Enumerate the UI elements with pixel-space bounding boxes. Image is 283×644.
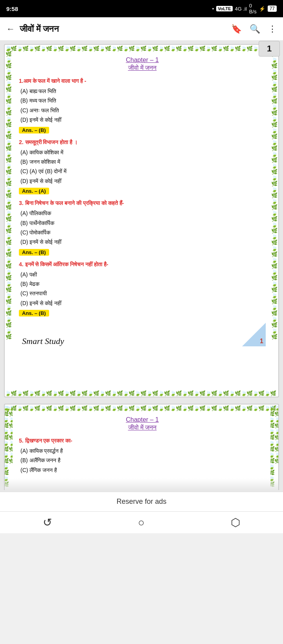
chapter-title-1: Chapter – 1 (19, 57, 266, 64)
q4-text: 4. इनमें से किसमें आंतिरक निषेचन नहीं हो… (19, 260, 266, 269)
leaf-border-left: 🍃🌿🍃🌿🍃🌿🍃🌿🍃🌿🍃🌿🍃🌿🍃🌿🍃🌿🍃🌿🍃🌿🍃🌿🍃🌿🍃🌿🍃🌿🍃🌿🍃🌿🍃🌿🍃🌿🍃🌿… (5, 45, 13, 397)
nav-home-button[interactable]: ○ (138, 516, 145, 529)
status-time: 9:58 (6, 5, 18, 12)
question-1: 1.आम के फल में खाने वाला भाग है - (A) बा… (19, 77, 266, 134)
q4-option-c: (C) स्तनपायी (20, 289, 266, 298)
ads-bar: Reserve for ads (0, 492, 283, 511)
page-card-2: 🍃🌿🍃🌿🍃🌿🍃🌿🍃🌿🍃🌿🍃🌿🍃🌿🍃🌿🍃🌿🍃🌿🍃🌿🍃🌿🍃🌿🍃🌿🍃🌿🍃🌿🍃🌿🍃🌿🍃🌿… (4, 404, 279, 490)
q5-option-a: (A) कायिक प्रवर्द्धन है (20, 446, 266, 455)
leaf-strip-left: 🍃🌿🍃🌿🍃🌿🍃🌿🍃🌿🍃🌿🍃🌿🍃🌿🍃🌿🍃🌿🍃🌿🍃🌿🍃🌿🍃🌿🍃🌿🍃🌿🍃🌿🍃🌿🍃🌿🍃🌿… (6, 45, 12, 339)
chapter-subtitle-2: जीवो में जनन (19, 424, 266, 431)
q3-option-d: (D) इनमें से कोई नहीं (20, 238, 266, 246)
question-2: 2. समसूत्री विभाजन होता है । (A) कायिक क… (19, 138, 266, 195)
q4-option-b: (B) मेढक (20, 280, 266, 288)
q2-text: 2. समसूत्री विभाजन होता है । (19, 138, 266, 146)
search-button[interactable]: 🔍 (250, 24, 260, 34)
q2-option-b: (B) जनन कोशिका में (20, 157, 266, 166)
status-right: • VoLTE 4G .il 0B/s ⚡ 77 (212, 3, 277, 15)
page-card-1: 🍃🌿🍃🌿🍃🌿🍃🌿🍃🌿🍃🌿🍃🌿🍃🌿🍃🌿🍃🌿🍃🌿🍃🌿🍃🌿🍃🌿🍃🌿🍃🌿🍃🌿🍃🌿🍃🌿🍃🌿… (4, 44, 279, 397)
page-corner-number: 1 (260, 338, 263, 345)
app-bar: ← जीवों में जनन 🔖 🔍 ⋮ (0, 17, 283, 41)
q4-option-a: (A) पक्षी (20, 270, 266, 279)
q5-option-c: (C) लैंगिक जनन है (20, 466, 266, 474)
question-5: 5. द्विखण्डन एक प्रकार का- (A) कायिक प्र… (19, 437, 266, 474)
q2-answer: Ans. – (A) (19, 188, 49, 194)
nav-recent-button[interactable]: ⬡ (231, 516, 240, 529)
menu-button[interactable]: ⋮ (268, 24, 277, 34)
leaf-strip-bottom: 🍃🌿🍃🌿🍃🌿🍃🌿🍃🌿🍃🌿🍃🌿🍃🌿🍃🌿🍃🌿🍃🌿🍃🌿🍃🌿🍃🌿🍃🌿🍃🌿🍃🌿🍃🌿🍃🌿🍃🌿… (5, 390, 276, 396)
nav-back-button[interactable]: ↺ (43, 516, 52, 529)
battery-icon: 77 (268, 5, 277, 12)
question-4: 4. इनमें से किसमें आंतिरक निषेचन नहीं हो… (19, 260, 266, 317)
page-inner-1: Chapter – 1 जीवो में जनन 1.आम के फल में … (19, 57, 266, 346)
network-signal: 4G .il (235, 6, 247, 12)
page-num-badge: 1 (259, 41, 280, 57)
q3-option-a: (A) पौलिकापिक (20, 209, 266, 218)
chapter-title-2: Chapter – 1 (19, 416, 266, 423)
q3-text: 3. बिना निषेचन के फल बनाने की प्रक्रिया … (19, 199, 266, 207)
brand-name: Smart Study (22, 336, 64, 346)
q3-option-c: (C) पोमोकार्पिक (20, 228, 266, 237)
data-speed: 0B/s (249, 3, 257, 15)
q1-option-c: (C) अन्तः फल भिति (20, 106, 266, 115)
q1-text: 1.आम के फल में खाने वाला भाग है - (19, 77, 266, 85)
q2-option-c: (C) (A) एवं (B) दोनों में (20, 167, 266, 176)
leaf-strip-left-2: 🍃🌿🍃🌿🍃🌿🍃🌿🍃🌿🍃🌿🍃🌿🍃🌿🍃🌿🍃🌿🍃🌿🍃🌿 (5, 404, 13, 490)
q3-answer: Ans. – (B) (19, 249, 49, 256)
leaf-strip-right: 🍃🌿🍃🌿🍃🌿🍃🌿🍃🌿🍃🌿🍃🌿🍃🌿🍃🌿🍃🌿🍃🌿🍃🌿🍃🌿🍃🌿🍃🌿🍃🌿🍃🌿🍃🌿🍃🌿🍃🌿… (272, 45, 277, 339)
q2-option-d: (D) इनमें से कोई नहीं (20, 177, 266, 185)
leaf-border-top: 🍃🌿🍃🌿🍃🌿🍃🌿🍃🌿🍃🌿🍃🌿🍃🌿🍃🌿🍃🌿🍃🌿🍃🌿🍃🌿🍃🌿🍃🌿🍃🌿🍃🌿🍃🌿🍃🌿🍃🌿… (5, 45, 278, 52)
q1-option-d: (D) इनमें से कोई नहीं (20, 115, 266, 124)
leaf-border-bottom: 🍃🌿🍃🌿🍃🌿🍃🌿🍃🌿🍃🌿🍃🌿🍃🌿🍃🌿🍃🌿🍃🌿🍃🌿🍃🌿🍃🌿🍃🌿🍃🌿🍃🌿🍃🌿🍃🌿🍃🌿… (5, 390, 278, 397)
ads-text: Reserve for ads (116, 498, 166, 505)
volte-badge: VoLTE (216, 6, 232, 11)
question-3: 3. बिना निषेचन के फल बनाने की प्रक्रिया … (19, 199, 266, 256)
q2-option-a: (A) कायिक कोशिका में (20, 148, 266, 157)
leaf-border-right: 🍃🌿🍃🌿🍃🌿🍃🌿🍃🌿🍃🌿🍃🌿🍃🌿🍃🌿🍃🌿🍃🌿🍃🌿🍃🌿🍃🌿🍃🌿🍃🌿🍃🌿🍃🌿🍃🌿🍃🌿… (270, 45, 278, 397)
leaf-border-left-2: 🍃🌿🍃🌿🍃🌿🍃🌿🍃🌿🍃🌿🍃🌿🍃🌿🍃🌿🍃🌿🍃🌿🍃🌿 (5, 404, 13, 490)
q5-text: 5. द्विखण्डन एक प्रकार का- (19, 437, 266, 445)
q1-answer: Ans. – (B) (19, 127, 49, 134)
status-bar: 9:58 • VoLTE 4G .il 0B/s ⚡ 77 (0, 0, 283, 17)
back-button[interactable]: ← (6, 24, 15, 34)
q5-option-b: (B) अलैंगिक जनन है (20, 456, 266, 465)
leaf-strip-right-2: 🍃🌿🍃🌿🍃🌿🍃🌿🍃🌿🍃🌿🍃🌿🍃🌿🍃🌿🍃🌿🍃🌿🍃🌿 (270, 404, 278, 490)
bookmark-button[interactable]: 🔖 (231, 24, 242, 34)
q4-answer: Ans. – (B) (19, 310, 49, 317)
q3-option-b: (B) पार्थेनोकार्पिक (20, 219, 266, 227)
nav-bar: ↺ ○ ⬡ (0, 511, 283, 533)
q1-option-b: (B) मध्य फल भिति (20, 96, 266, 105)
partial-fade (5, 478, 278, 490)
leaf-strip-top: 🍃🌿🍃🌿🍃🌿🍃🌿🍃🌿🍃🌿🍃🌿🍃🌿🍃🌿🍃🌿🍃🌿🍃🌿🍃🌿🍃🌿🍃🌿🍃🌿🍃🌿🍃🌿🍃🌿🍃🌿… (5, 46, 276, 51)
app-bar-icons: 🔖 🔍 ⋮ (231, 24, 277, 34)
signal-dot: • (212, 6, 214, 12)
chapter-subtitle-1: जीवो में जनन (19, 64, 266, 71)
content-area: 🍃🌿🍃🌿🍃🌿🍃🌿🍃🌿🍃🌿🍃🌿🍃🌿🍃🌿🍃🌿🍃🌿🍃🌿🍃🌿🍃🌿🍃🌿🍃🌿🍃🌿🍃🌿🍃🌿🍃🌿… (0, 41, 283, 511)
leaf-strip-top-2: 🍃🌿🍃🌿🍃🌿🍃🌿🍃🌿🍃🌿🍃🌿🍃🌿🍃🌿🍃🌿🍃🌿🍃🌿🍃🌿🍃🌿🍃🌿🍃🌿🍃🌿🍃🌿🍃🌿🍃🌿… (5, 405, 276, 411)
leaf-border-top-2: 🍃🌿🍃🌿🍃🌿🍃🌿🍃🌿🍃🌿🍃🌿🍃🌿🍃🌿🍃🌿🍃🌿🍃🌿🍃🌿🍃🌿🍃🌿🍃🌿🍃🌿🍃🌿🍃🌿🍃🌿… (5, 404, 278, 412)
page-inner-2: Chapter – 1 जीवो में जनन 5. द्विखण्डन एक… (19, 416, 266, 474)
q4-option-d: (D) इनमें से कोई नहीं (20, 299, 266, 307)
charging-icon: ⚡ (259, 6, 265, 12)
leaf-border-right-2: 🍃🌿🍃🌿🍃🌿🍃🌿🍃🌿🍃🌿🍃🌿🍃🌿🍃🌿🍃🌿🍃🌿🍃🌿 (270, 404, 278, 490)
app-bar-title: जीवों में जनन (20, 24, 231, 34)
q1-option-a: (A) बाह्य फल भिति (20, 87, 266, 95)
